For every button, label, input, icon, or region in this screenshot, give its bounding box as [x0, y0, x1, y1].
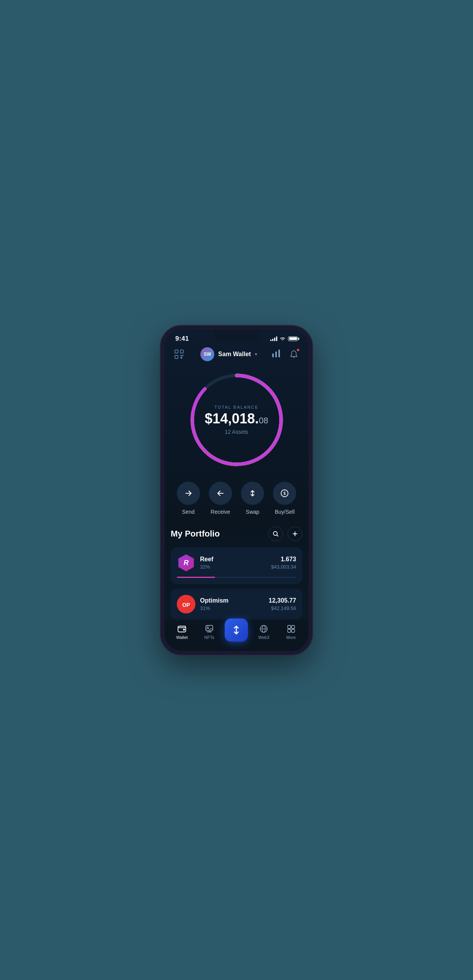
- bottom-navigation: Wallet NFTs: [164, 618, 309, 651]
- optimism-name: Optimism: [200, 597, 264, 604]
- receive-icon: [216, 489, 225, 498]
- receive-button[interactable]: Receive: [209, 482, 232, 515]
- send-label: Send: [182, 509, 195, 515]
- optimism-info: Optimism 31%: [200, 597, 264, 611]
- reef-icon: R: [177, 554, 195, 572]
- reef-usd: $43,003.34: [271, 564, 296, 570]
- svg-text:R: R: [184, 559, 189, 567]
- add-asset-button[interactable]: [288, 527, 302, 541]
- send-button[interactable]: Send: [177, 482, 200, 515]
- web3-label: Web3: [258, 635, 270, 640]
- svg-rect-8: [278, 350, 280, 357]
- portfolio-header: My Portfolio: [171, 527, 302, 541]
- optimism-values: 12,305.77 $42,149.56: [269, 597, 296, 611]
- reef-values: 1.673 $43,003.34: [271, 556, 296, 570]
- header: SW Sam Wallet ▾: [164, 346, 309, 366]
- nfts-label: NFTs: [204, 635, 214, 640]
- chart-icon: [271, 350, 281, 357]
- scan-icon: [174, 349, 185, 360]
- svg-text:$: $: [284, 491, 286, 496]
- notification-badge: [296, 348, 300, 352]
- reef-info: Reef 32%: [200, 556, 266, 570]
- asset-card-reef[interactable]: R Reef 32% 1.673 $43,003.34: [171, 547, 302, 584]
- nfts-icon: [205, 624, 214, 634]
- chart-button[interactable]: [271, 350, 281, 359]
- nav-more[interactable]: More: [280, 624, 303, 640]
- phone-screen: 9:41: [164, 329, 309, 651]
- signal-icon: [270, 336, 277, 341]
- center-action-icon: [231, 625, 242, 635]
- svg-text:OP: OP: [182, 602, 190, 608]
- portfolio-circle-section: TOTAL BALANCE $14,018.08 12 Assets: [164, 366, 309, 478]
- balance-label: TOTAL BALANCE: [205, 405, 268, 409]
- wallet-icon: [177, 624, 186, 634]
- phone-frame: 9:41: [161, 326, 312, 655]
- status-time: 9:41: [175, 335, 189, 343]
- plus-icon: [292, 531, 298, 537]
- notch: [214, 329, 260, 343]
- buy-sell-button[interactable]: $ Buy/Sell: [273, 482, 296, 515]
- reef-progress-fill: [177, 577, 215, 578]
- portfolio-actions: [268, 527, 302, 541]
- notification-button[interactable]: [287, 347, 301, 361]
- send-icon-circle: [177, 482, 200, 505]
- action-buttons: Send Receive: [164, 478, 309, 527]
- search-button[interactable]: [268, 527, 283, 541]
- scan-button[interactable]: [172, 347, 186, 361]
- wallet-name: Sam Wallet: [218, 351, 251, 358]
- chevron-down-icon: ▾: [255, 352, 257, 357]
- svg-rect-30: [183, 629, 185, 630]
- optimism-icon: OP: [177, 595, 195, 613]
- battery-icon: [288, 336, 298, 341]
- receive-label: Receive: [211, 509, 231, 515]
- buy-sell-icon-circle: $: [273, 482, 296, 505]
- svg-rect-39: [288, 625, 291, 628]
- optimism-amount: 12,305.77: [269, 597, 296, 604]
- svg-rect-5: [180, 357, 182, 358]
- nav-wallet[interactable]: Wallet: [170, 624, 193, 640]
- swap-icon-circle: [241, 482, 264, 505]
- buy-sell-icon: $: [280, 489, 289, 498]
- swap-label: Swap: [246, 509, 259, 515]
- balance-amount: $14,018.08: [205, 412, 268, 426]
- svg-rect-41: [288, 629, 291, 632]
- assets-count: 12 Assets: [205, 429, 268, 435]
- swap-icon: [248, 489, 257, 498]
- optimism-usd: $42,149.56: [269, 605, 296, 611]
- svg-rect-1: [180, 350, 183, 353]
- asset-card-optimism[interactable]: OP Optimism 31% 12,305.77 $42,149.56: [171, 589, 302, 620]
- svg-line-22: [277, 535, 278, 536]
- wallet-label: Wallet: [176, 635, 188, 640]
- header-right: [271, 347, 301, 361]
- asset-row: OP Optimism 31% 12,305.77 $42,149.56: [177, 595, 296, 613]
- nav-web3[interactable]: Web3: [252, 624, 275, 640]
- svg-rect-2: [175, 355, 178, 358]
- portfolio-section: My Portfolio: [164, 527, 309, 620]
- nav-center-button[interactable]: [225, 618, 248, 642]
- svg-rect-7: [275, 352, 277, 357]
- search-icon: [273, 531, 279, 537]
- svg-rect-0: [175, 350, 178, 353]
- reef-name: Reef: [200, 556, 266, 563]
- balance-display: TOTAL BALANCE $14,018.08 12 Assets: [205, 405, 268, 435]
- balance-ring: TOTAL BALANCE $14,018.08 12 Assets: [186, 370, 287, 470]
- nav-items: Wallet NFTs: [164, 622, 309, 642]
- wallet-selector[interactable]: SW Sam Wallet ▾: [200, 347, 257, 361]
- svg-rect-40: [292, 625, 295, 628]
- avatar: SW: [200, 347, 214, 361]
- portfolio-title: My Portfolio: [171, 529, 220, 539]
- more-label: More: [286, 635, 296, 640]
- svg-rect-31: [206, 625, 213, 631]
- nav-nfts[interactable]: NFTs: [198, 624, 221, 640]
- swap-button[interactable]: Swap: [241, 482, 264, 515]
- web3-icon: [259, 624, 268, 634]
- asset-row: R Reef 32% 1.673 $43,003.34: [177, 554, 296, 572]
- reef-percent: 32%: [200, 564, 266, 570]
- send-icon: [184, 489, 193, 498]
- optimism-percent: 31%: [200, 605, 264, 611]
- buy-sell-label: Buy/Sell: [275, 509, 295, 515]
- wifi-icon: [280, 336, 286, 341]
- status-icons: [270, 336, 298, 341]
- reef-amount: 1.673: [271, 556, 296, 563]
- svg-rect-6: [272, 353, 274, 357]
